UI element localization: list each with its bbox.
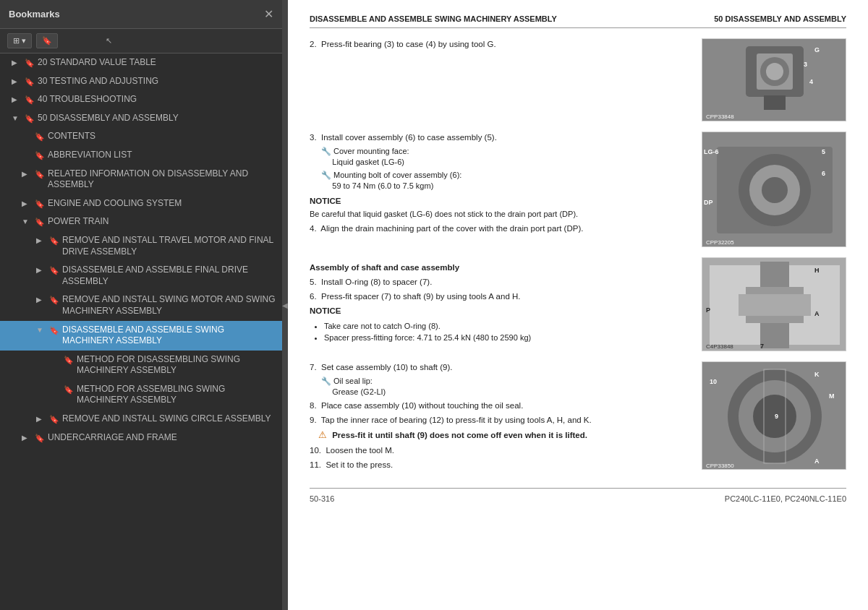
expand-icon: ▶ <box>36 414 46 424</box>
svg-text:P: P <box>706 306 710 314</box>
step-11-content: Set it to the press. <box>326 460 393 469</box>
svg-rect-5 <box>764 95 786 110</box>
sidebar-item-s40[interactable]: ▶ 🔖 40 TROUBLESHOOTING <box>0 90 282 109</box>
svg-text:7: 7 <box>760 343 764 350</box>
step-9-warning-text: Press-fit it until shaft (9) does not co… <box>332 431 587 439</box>
bookmark-icon: 🔖 <box>25 77 35 87</box>
step-7-svg: K M 9 10 A CPP33850 <box>702 362 846 470</box>
sidebar-item-label: DISASSEMBLE AND ASSEMBLE SWING MACHINERY… <box>62 325 276 347</box>
sidebar-item-contents[interactable]: ▶ 🔖 CONTENTS <box>0 127 282 146</box>
expand-icon: ▶ <box>36 295 46 304</box>
step-3-content: Install cover assembly (6) to case assem… <box>321 133 497 142</box>
expand-icon: ▶ <box>22 169 32 179</box>
step-2-text: 2. Press-fit bearing (3) to case (4) by … <box>310 38 690 53</box>
steps-5-6-row: Assembly of shaft and case assembly 5. I… <box>310 257 846 351</box>
step-2-content: Press-fit bearing (3) to case (4) by usi… <box>321 40 496 48</box>
step-10-line: 10. Loosen the tool M. <box>310 444 690 456</box>
svg-text:M: M <box>829 392 835 400</box>
step-9-num: 9. <box>310 416 317 424</box>
step-6-bullet-1: Take care not to catch O-ring (8). <box>324 320 690 332</box>
bookmark-icon: 🔖 <box>25 113 35 124</box>
step-3-num: 3. <box>310 133 317 142</box>
svg-point-4 <box>766 63 783 80</box>
sidebar-item-label: POWER TRAIN <box>48 216 276 228</box>
sidebar-item-abbrev[interactable]: ▶ 🔖 ABBREVIATION LIST <box>0 146 282 165</box>
sidebar-item-disas-final[interactable]: ▶ 🔖 DISASSEMBLE AND ASSEMBLE FINAL DRIVE… <box>0 261 282 291</box>
bookmark-button[interactable]: 🔖 <box>36 33 58 48</box>
step-3-notice-text: Be careful that liquid gasket (LG-6) doe… <box>310 209 690 220</box>
expand-icon: ▶ <box>22 199 32 208</box>
expand-icon: ▶ <box>12 77 22 86</box>
sidebar-item-disas-swing[interactable]: ▼ 🔖 DISASSEMBLE AND ASSEMBLE SWING MACHI… <box>0 321 282 351</box>
expand-icon: ▼ <box>36 325 46 335</box>
footer-model: PC240LC-11E0, PC240NLC-11E0 <box>725 494 846 503</box>
wrench-icon-3: 🔧 <box>321 377 331 385</box>
step-7-sub1-label: Oil seal lip: <box>333 377 373 385</box>
sidebar-item-label: METHOD FOR DISASSEMBLING SWING MACHINERY… <box>77 354 276 377</box>
sidebar-item-s30[interactable]: ▶ 🔖 30 TESTING AND ADJUSTING <box>0 72 282 91</box>
bookmark-icon: 🔖 <box>35 199 45 209</box>
bookmark-icon: 🔖 <box>64 385 74 395</box>
sidebar-item-remove-travel[interactable]: ▶ 🔖 REMOVE AND INSTALL TRAVEL MOTOR AND … <box>0 231 282 261</box>
step-6-bullet-2: Spacer press-fitting force: 4.71 to 25.4… <box>324 332 690 344</box>
doc-footer: 50-316 PC240LC-11E0, PC240NLC-11E0 <box>310 488 846 503</box>
svg-text:10: 10 <box>710 378 717 385</box>
sidebar-item-method-asm[interactable]: ▶ 🔖 METHOD FOR ASSEMBLING SWING MACHINER… <box>0 380 282 410</box>
sidebar-toolbar: ⊞ ▾ 🔖 ↖ <box>0 29 282 53</box>
svg-text:4: 4 <box>809 78 813 85</box>
step-7-line: 7. Set case assembly (10) to shaft (9). <box>310 361 690 373</box>
sidebar-item-label: REMOVE AND INSTALL SWING CIRCLE ASSEMBLY <box>62 413 276 425</box>
step-9-warning: ⚠ Press-fit it until shaft (9) does not … <box>310 429 690 442</box>
svg-text:3: 3 <box>804 61 807 68</box>
sidebar-item-remove-swing-circle[interactable]: ▶ 🔖 REMOVE AND INSTALL SWING CIRCLE ASSE… <box>0 410 282 429</box>
sidebar-item-powertrain[interactable]: ▼ 🔖 POWER TRAIN <box>0 212 282 231</box>
sidebar-item-label: RELATED INFORMATION ON DISASSEMBLY AND A… <box>48 168 276 191</box>
expand-icon: ▶ <box>12 58 22 67</box>
step-8-content: Place case assembly (10) without touchin… <box>321 401 523 410</box>
step-3-line: 3. Install cover assembly (6) to case as… <box>310 132 690 143</box>
svg-text:6: 6 <box>822 170 825 177</box>
step-7-sub1-value: Grease (G2-LI) <box>332 387 386 396</box>
bookmark-icon: 🔖 <box>64 355 74 365</box>
step-6-content: Press-fit spacer (7) to shaft (9) by usi… <box>321 292 520 301</box>
step-3-svg: LG-6 5 6 DP CPP32205 <box>702 132 846 247</box>
sidebar-item-s20[interactable]: ▶ 🔖 20 STANDARD VALUE TABLE <box>0 53 282 72</box>
main-content: DISASSEMBLE AND ASSEMBLE SWING MACHINERY… <box>288 0 868 610</box>
step-11-num: 11. <box>310 460 321 469</box>
sidebar-item-label: METHOD FOR ASSEMBLING SWING MACHINERY AS… <box>77 384 276 406</box>
step-9-content: Tap the inner race of bearing (12) to pr… <box>321 416 592 424</box>
bookmark-icon: 🔖 <box>35 132 45 142</box>
step-8-line: 8. Place case assembly (10) without touc… <box>310 400 690 411</box>
sidebar-item-undercarriage[interactable]: ▶ 🔖 UNDERCARRIAGE AND FRAME <box>0 429 282 447</box>
step-11-line: 11. Set it to the press. <box>310 459 690 471</box>
step-4-content: Align the drain machining part of the co… <box>320 224 583 233</box>
sidebar-header-left: Bookmarks <box>9 9 60 20</box>
step-6-bullets: Take care not to catch O-ring (8). Space… <box>310 320 690 344</box>
sidebar-item-related[interactable]: ▶ 🔖 RELATED INFORMATION ON DISASSEMBLY A… <box>0 165 282 194</box>
expand-icon: ▼ <box>22 217 32 226</box>
step-10-num: 10. <box>310 446 321 455</box>
step-3-image: LG-6 5 6 DP CPP32205 <box>702 132 846 247</box>
sidebar-item-method-dis[interactable]: ▶ 🔖 METHOD FOR DISASSEMBLING SWING MACHI… <box>0 351 282 380</box>
assembly-title: Assembly of shaft and case assembly <box>310 262 690 274</box>
sidebar-item-label: 30 TESTING AND ADJUSTING <box>38 76 276 87</box>
step-6-image: H A P 7 C4P33848 <box>702 257 846 351</box>
bookmark-icon: 🔖 <box>35 150 45 160</box>
sidebar-item-label: ENGINE AND COOLING SYSTEM <box>48 198 276 210</box>
step-10-content: Loosen the tool M. <box>326 446 394 455</box>
bookmark-icon: 🔖 <box>35 169 45 179</box>
footer-page: 50-316 <box>310 494 334 503</box>
list-icon: ⊞ <box>13 36 20 46</box>
step-6-num: 6. <box>310 292 317 301</box>
bookmark-icon: 🔖 <box>49 414 59 424</box>
sidebar-item-engine[interactable]: ▶ 🔖 ENGINE AND COOLING SYSTEM <box>0 194 282 213</box>
sidebar-item-s50[interactable]: ▼ 🔖 50 DISASSEMBLY AND ASSEMBLY <box>0 109 282 128</box>
step-5-line: 5. Install O-ring (8) to spacer (7). <box>310 276 690 288</box>
close-button[interactable]: ✕ <box>264 7 273 21</box>
drag-handle[interactable] <box>282 0 288 610</box>
step-2-num: 2. <box>310 40 317 48</box>
svg-text:CPP32205: CPP32205 <box>706 239 734 246</box>
view-menu-button[interactable]: ⊞ ▾ <box>7 33 32 48</box>
sidebar-item-remove-swing-motor[interactable]: ▶ 🔖 REMOVE AND INSTALL SWING MOTOR AND S… <box>0 291 282 320</box>
expand-icon: ▶ <box>36 236 46 245</box>
